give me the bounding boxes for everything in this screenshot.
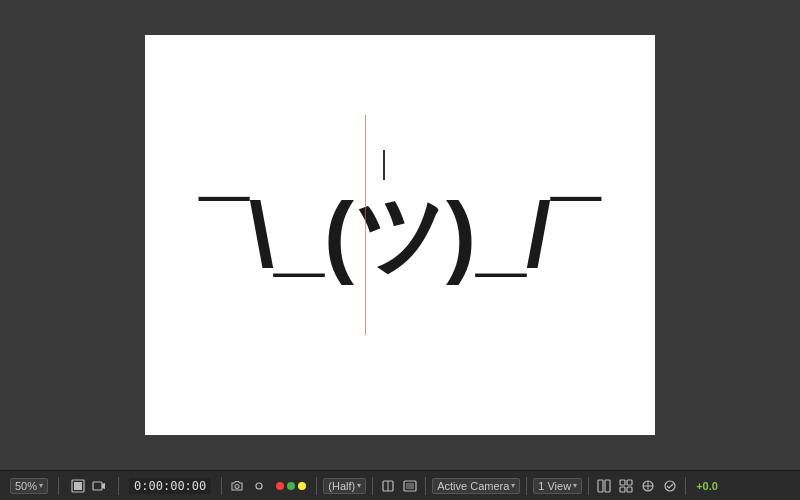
svg-rect-10 <box>605 480 610 492</box>
svg-rect-8 <box>406 483 414 489</box>
divider-4 <box>316 477 317 495</box>
plus-value-section: +0.0 <box>692 480 722 492</box>
divider-1 <box>58 477 59 495</box>
divider-3 <box>221 477 222 495</box>
zoom-chevron-icon: ▾ <box>39 481 43 490</box>
svg-rect-13 <box>620 487 625 492</box>
svg-rect-12 <box>627 480 632 485</box>
svg-marker-3 <box>102 483 105 489</box>
quality-dropdown[interactable]: (Half) ▾ <box>323 478 366 494</box>
text-cursor <box>383 150 385 180</box>
channel-dots <box>272 482 310 490</box>
chain-icon[interactable] <box>250 477 268 495</box>
bottom-bar: 50% ▾ 0:00:00:00 <box>0 470 800 500</box>
timecode-section: 0:00:00:00 <box>125 478 215 494</box>
zoom-section: 50% ▾ <box>6 478 52 494</box>
svg-rect-1 <box>74 482 82 490</box>
plus-value-display: +0.0 <box>696 480 718 492</box>
view-chevron-icon: ▾ <box>573 481 577 490</box>
view-label: 1 View <box>538 480 571 492</box>
svg-rect-11 <box>620 480 625 485</box>
divider-8 <box>588 477 589 495</box>
editor-icon-3[interactable] <box>639 477 657 495</box>
active-camera-dropdown[interactable]: Active Camera ▾ <box>432 478 520 494</box>
divider-9 <box>685 477 686 495</box>
timecode-display[interactable]: 0:00:00:00 <box>129 478 211 494</box>
svg-rect-14 <box>627 487 632 492</box>
camera-toggle-icon[interactable] <box>90 477 108 495</box>
svg-rect-2 <box>93 482 102 490</box>
main-text: ¯\_(ツ)_/¯ <box>199 190 600 280</box>
zoom-label: 50% <box>15 480 37 492</box>
render-preview-icon[interactable] <box>401 477 419 495</box>
viewport-area: ¯\_(ツ)_/¯ <box>0 0 800 470</box>
editor-icon-2[interactable] <box>617 477 635 495</box>
divider-7 <box>526 477 527 495</box>
svg-point-4 <box>235 484 239 488</box>
blue-channel-dot <box>298 482 306 490</box>
zoom-dropdown[interactable]: 50% ▾ <box>10 478 48 494</box>
svg-point-18 <box>665 481 675 491</box>
screenshot-icon[interactable] <box>228 477 246 495</box>
quality-chevron-icon: ▾ <box>357 481 361 490</box>
editor-icon-1[interactable] <box>595 477 613 495</box>
viewport-render-icon[interactable] <box>69 477 87 495</box>
red-channel-dot <box>276 482 284 490</box>
quality-label: (Half) <box>328 480 355 492</box>
viewport-icons <box>65 477 112 495</box>
divider-2 <box>118 477 119 495</box>
cursor-line <box>365 115 366 335</box>
divider-6 <box>425 477 426 495</box>
active-camera-label: Active Camera <box>437 480 509 492</box>
green-channel-dot <box>287 482 295 490</box>
svg-rect-9 <box>598 480 603 492</box>
render-slot-icon[interactable] <box>379 477 397 495</box>
canvas-frame: ¯\_(ツ)_/¯ <box>145 35 655 435</box>
view-dropdown[interactable]: 1 View ▾ <box>533 478 582 494</box>
camera-chevron-icon: ▾ <box>511 481 515 490</box>
divider-5 <box>372 477 373 495</box>
editor-icon-4[interactable] <box>661 477 679 495</box>
